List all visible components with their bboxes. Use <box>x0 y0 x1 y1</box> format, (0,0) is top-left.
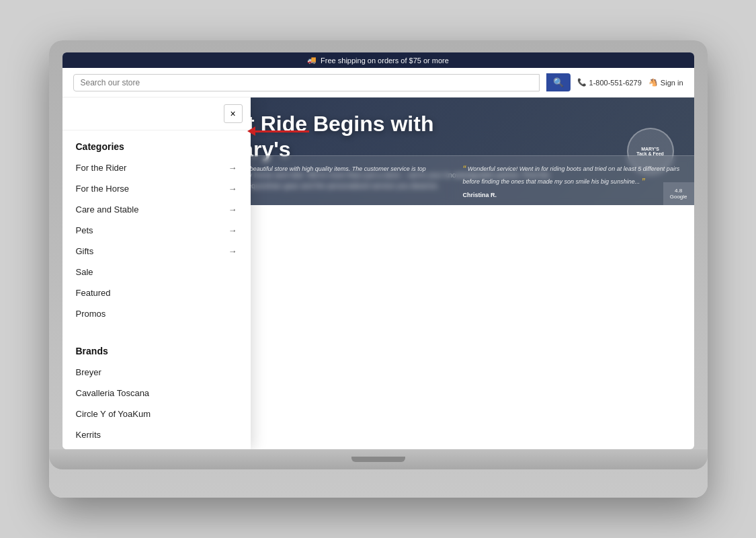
laptop-base <box>49 449 708 469</box>
testimonial-card-2: Wonderful service! Went in for riding bo… <box>452 155 694 205</box>
search-input[interactable] <box>73 74 540 91</box>
brands-title: Brands <box>62 335 251 362</box>
phone-number: 1-800-551-6279 <box>589 79 642 87</box>
rating-badge: 4.8 Google <box>663 182 694 205</box>
shipping-text: Free shipping on orders of $75 or more <box>321 56 449 65</box>
sidebar-item-gifts[interactable]: Gifts → <box>62 241 251 262</box>
chevron-right-icon: → <box>228 163 237 173</box>
chevron-right-icon: → <box>228 246 237 256</box>
laptop-frame: 🚚 Free shipping on orders of $75 or more… <box>49 40 708 498</box>
header: 🔍 📞 1-800-551-6279 🐴 Sign in <box>62 68 694 98</box>
sidebar-item-pets[interactable]: Pets → <box>62 220 251 241</box>
sidebar-item-cavalleria-toscana[interactable]: Cavalleria Toscana <box>62 383 251 404</box>
sidebar-item-label: For the Rider <box>76 163 127 173</box>
sidebar-item-breyer[interactable]: Breyer <box>62 362 251 383</box>
sidebar-item-label: Pets <box>76 225 93 235</box>
laptop-notch <box>351 457 405 462</box>
sidebar-menu: × Categories For the Rider → For the Hor… <box>62 98 251 449</box>
sidebar-item-featured[interactable]: Featured <box>62 282 251 303</box>
testimonial-name-2: Christina R. <box>463 192 683 198</box>
sidebar-item-label: For the Horse <box>76 184 129 194</box>
sidebar-item-care-and-stable[interactable]: Care and Stable → <box>62 199 251 220</box>
sidebar-item-circle-y[interactable]: Circle Y of YoaKum <box>62 404 251 424</box>
close-icon: × <box>230 108 235 119</box>
chevron-right-icon: → <box>228 225 237 235</box>
signin-label: Sign in <box>661 79 683 87</box>
testimonial-quote-1: This is a beautiful store with high qual… <box>221 163 442 189</box>
sidebar-item-label: Care and Stable <box>76 204 139 215</box>
testimonial-name-1: Leah G. <box>221 192 442 198</box>
testimonials-row: This is a beautiful store with high qual… <box>210 155 694 205</box>
rating-score: 4.8 <box>670 188 687 194</box>
sidebar-item-promos[interactable]: Promos <box>62 303 251 324</box>
rating-source: Google <box>670 194 687 200</box>
phone-icon: 📞 <box>577 78 587 87</box>
shipping-bar: 🚚 Free shipping on orders of $75 or more <box>62 52 694 68</box>
sidebar-item-kimes-ranch[interactable]: Kimes Ranch <box>62 445 251 449</box>
chevron-right-icon: → <box>228 204 237 215</box>
phone-info: 📞 1-800-551-6279 <box>577 78 642 87</box>
shipping-icon: 🚚 <box>307 56 317 65</box>
sidebar-item-for-the-horse[interactable]: For the Horse → <box>62 178 251 199</box>
website: 🚚 Free shipping on orders of $75 or more… <box>62 52 694 449</box>
sidebar-close-row: × <box>62 98 251 130</box>
signin-area[interactable]: 🐴 Sign in <box>648 78 683 87</box>
sidebar-item-label: Gifts <box>76 246 94 256</box>
arrow-head <box>247 126 255 136</box>
chevron-right-icon: → <box>228 184 237 194</box>
sidebar-item-sale[interactable]: Sale <box>62 262 251 282</box>
testimonial-quote-2: Wonderful service! Went in for riding bo… <box>463 163 683 189</box>
laptop-screen: 🚚 Free shipping on orders of $75 or more… <box>62 52 694 449</box>
search-icon: 🔍 <box>553 77 564 87</box>
badge-line1: MARY'S <box>641 147 659 151</box>
search-button[interactable]: 🔍 <box>546 73 571 91</box>
sidebar-item-for-the-rider[interactable]: For the Rider → <box>62 157 251 178</box>
arrow-line <box>255 130 309 132</box>
sidebar-close-button[interactable]: × <box>224 104 243 123</box>
categories-title: Categories <box>62 130 251 157</box>
main-content: est Ride Begins with Mary's for every ho… <box>62 98 694 449</box>
horse-icon: 🐴 <box>648 78 658 87</box>
sidebar-item-kerrits[interactable]: Kerrits <box>62 424 251 445</box>
annotation-arrow <box>247 126 309 136</box>
